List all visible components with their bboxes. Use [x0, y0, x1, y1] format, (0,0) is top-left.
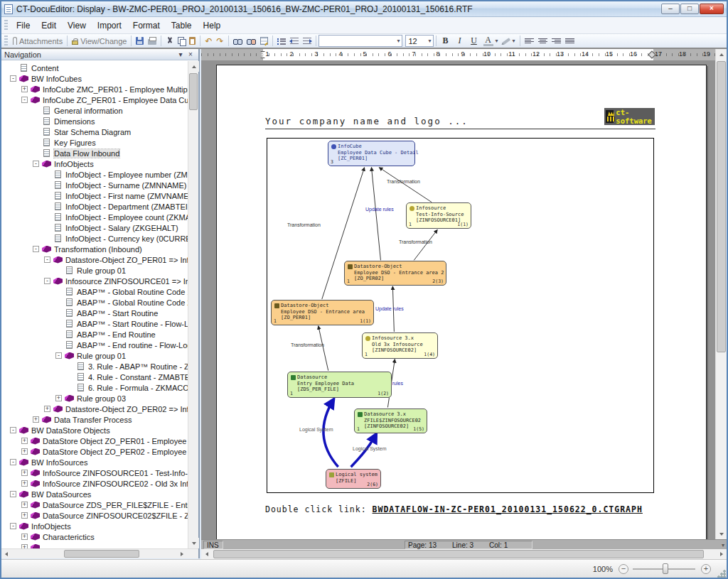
bold-button[interactable]: B [439, 34, 453, 48]
tree-item[interactable]: -Datastore-Object ZO_PER01 => InfoCu [10, 254, 188, 265]
tree-item[interactable]: -Infosource ZINFOSOURCE01 => InfoC [10, 276, 188, 286]
panel-close-button[interactable]: × [186, 50, 196, 60]
find-button[interactable] [231, 34, 245, 48]
zoom-out-button[interactable]: − [619, 564, 628, 574]
expander-icon[interactable]: + [55, 395, 62, 401]
tree-item[interactable]: +Data Transfer Process [10, 414, 188, 425]
underline-button[interactable]: U [467, 34, 481, 48]
close-button[interactable]: × [700, 4, 724, 14]
tree-item[interactable]: Dimensions [10, 116, 188, 126]
menu-import[interactable]: Import [92, 18, 127, 33]
tree-item[interactable]: +DataStore Object ZO_PER02 - Employee DS… [10, 446, 188, 457]
tree-item[interactable]: -BW InfoSources [10, 457, 188, 467]
expander-icon[interactable]: - [10, 427, 16, 433]
tree-item[interactable]: ABAP™ - Global Routine Code 1 [10, 286, 188, 297]
menu-format[interactable]: Format [127, 18, 166, 33]
tree-item[interactable]: Star Schema Diagram [10, 126, 188, 137]
tree-item[interactable]: -InfoObjects [10, 521, 188, 531]
expander-icon[interactable]: + [21, 470, 28, 476]
view-change-button[interactable]: View/Change [70, 34, 129, 48]
menu-help[interactable]: Help [198, 18, 227, 33]
document-vertical-scrollbar[interactable] [715, 49, 727, 539]
tree-item[interactable]: -Transformation (Inbound) [10, 244, 188, 254]
scroll-left-button[interactable] [1, 549, 11, 558]
expander-icon[interactable]: + [44, 406, 50, 412]
indent-button[interactable] [301, 34, 314, 48]
tree-item[interactable]: InfoObject - Department (ZMABTEIL) [10, 201, 188, 212]
tree-item[interactable]: -BW DataSources [10, 489, 188, 499]
expander-icon[interactable]: + [21, 438, 28, 444]
scroll-down-button[interactable] [716, 529, 727, 539]
expander-icon[interactable]: - [21, 97, 28, 103]
zoom-in-button[interactable]: + [701, 564, 711, 574]
tree-item[interactable]: +DataSource ZINFOSOURCE02$ZFILE - ZFILE$… [10, 510, 188, 521]
menu-table[interactable]: Table [166, 18, 198, 33]
tree-item[interactable]: +Datastore-Object ZO_PER02 => InfoCu [10, 404, 188, 414]
tree-item[interactable]: +Rule group 03 [10, 393, 188, 404]
scroll-down-button[interactable] [188, 538, 199, 548]
paste-button[interactable] [187, 34, 198, 48]
menu-edit[interactable]: Edit [36, 18, 62, 33]
tree-item[interactable]: Rule group 01 [10, 265, 188, 276]
find-next-button[interactable] [245, 34, 258, 48]
redo-button[interactable]: ↷ [214, 34, 225, 48]
tree-item[interactable]: ABAP™ - Start Routine [10, 308, 188, 318]
expander-icon[interactable]: - [44, 256, 50, 263]
expander-icon[interactable]: - [44, 278, 50, 284]
expander-icon[interactable]: - [10, 491, 16, 497]
tree-item[interactable]: Key Figures [10, 137, 188, 148]
tree-item[interactable]: -BW DataStore Objects [10, 425, 188, 435]
justify-button[interactable] [563, 34, 577, 48]
tree-item[interactable]: +InfoCube ZMC_PER01 - Employee Multiprov… [10, 84, 188, 94]
cut-button[interactable] [164, 34, 176, 48]
menu-view[interactable]: View [62, 18, 92, 33]
tree-item[interactable]: InfoObject - Employee count (ZKMAC [10, 212, 188, 222]
tree-item[interactable]: -Rule group 01 [10, 350, 188, 361]
expander-icon[interactable]: - [10, 459, 16, 465]
expander-icon[interactable]: + [33, 416, 39, 423]
scroll-up-button[interactable] [188, 61, 199, 72]
tree-item[interactable]: InfoObject - Salary (ZKGEHALT) [10, 222, 188, 233]
expander-icon[interactable]: + [21, 502, 28, 508]
scrollbar-thumb[interactable] [189, 73, 198, 110]
expander-icon[interactable]: + [21, 86, 28, 92]
scroll-right-button[interactable] [716, 549, 727, 558]
document-horizontal-scrollbar[interactable] [201, 549, 727, 559]
font-family-select[interactable]: ▾ [318, 35, 402, 47]
scroll-right-button[interactable] [177, 549, 187, 558]
tree-item[interactable]: 6. Rule - Formula - ZKMACOUN [10, 382, 188, 393]
tree-item[interactable]: InfoObject - Currency key (0CURRENC [10, 233, 188, 244]
tree-item[interactable]: InfoObject - Surname (ZMNNAME) [10, 180, 188, 190]
save-button[interactable] [134, 34, 146, 48]
resize-grip[interactable] [717, 569, 726, 578]
tree-item[interactable]: -BW InfoCubes [10, 73, 188, 84]
undo-button[interactable]: ↶ [203, 34, 214, 48]
font-color-button[interactable]: A ▾ [481, 34, 500, 48]
tree-item[interactable]: ABAP™ - Global Routine Code 2 [10, 297, 188, 308]
scroll-left-button[interactable] [201, 549, 212, 558]
menu-file[interactable]: File [11, 18, 36, 33]
expander-icon[interactable]: - [10, 523, 16, 529]
expander-icon[interactable]: - [55, 352, 62, 359]
ctgraph-link[interactable]: BWDATAFLOW-IN-ZC-PER01_20100131_150622_0… [373, 504, 643, 514]
italic-button[interactable]: I [453, 34, 467, 48]
tree-item[interactable]: + [10, 542, 188, 548]
statusbar-options-arrow[interactable]: ▾ [722, 542, 724, 548]
expander-icon[interactable]: - [33, 246, 39, 252]
highlight-button[interactable]: ▾ [500, 34, 518, 48]
nav-vertical-scrollbar[interactable] [188, 61, 198, 548]
expander-icon[interactable]: - [33, 161, 39, 167]
tree-item[interactable]: InfoObject - First name (ZMVNAME) [10, 190, 188, 201]
tree-item[interactable]: ABAP™ - End Routine [10, 329, 188, 340]
panel-pin-button[interactable]: ▾ [176, 50, 186, 60]
tree-item[interactable]: +InfoSource ZINFOSOURCE02 - Old 3x Infos… [10, 478, 188, 489]
scrollbar-thumb[interactable] [717, 61, 726, 352]
tree-item[interactable]: ABAP™ - Start Routine - Flow-Logi [10, 318, 188, 329]
maximize-button[interactable]: □ [680, 4, 699, 14]
minimize-button[interactable]: – [661, 4, 680, 14]
scroll-up-button[interactable] [716, 49, 727, 60]
tree-item[interactable]: +DataSource ZDS_PER_FILE$ZFILE - Entry E… [10, 499, 188, 510]
tree-item[interactable]: 3. Rule - ABAP™ Routine - ZMV [10, 361, 188, 372]
expander-icon[interactable]: + [21, 448, 28, 455]
scrollbar-thumb[interactable] [64, 550, 139, 558]
